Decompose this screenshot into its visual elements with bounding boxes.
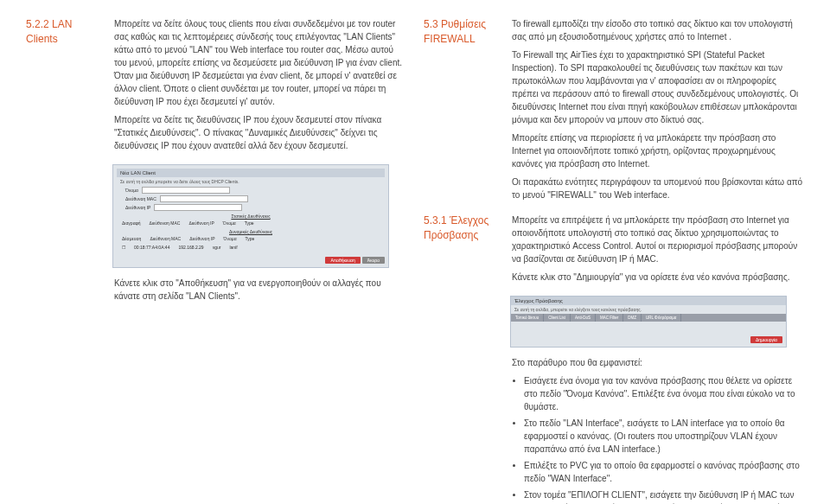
mock1-lbl-name: Όνομα [125, 188, 138, 193]
mock1-row-cb: ☐ [122, 245, 125, 250]
mock1-col-del: Διαγραφή [122, 220, 141, 226]
mock2-tab6: URL Φιλτράρισμα [642, 314, 681, 322]
mock1-sub: Σε αυτή τη σελίδα μπορείτε να δείτε όλου… [117, 177, 385, 186]
section-5-2-2-heading: 5.2.2 LAN Clients [26, 17, 104, 157]
mock1-mac-input [160, 195, 248, 202]
bullet-4: Στον τομέα "ΕΠΙΛΟΓΗ CLIENT", εισάγετε τη… [524, 488, 804, 504]
mock2-create-btn: Δημιουργία [750, 336, 782, 343]
para-5-3-1-b: Κάνετε κλικ στο "Δημιουργία" για να ορίσ… [512, 271, 804, 284]
section-5-3-1-heading: 5.3.1 Έλεγχος Πρόσβασης [424, 214, 501, 289]
para-5-3-d: Οι παρακάτω ενότητες περιγράφουν τα υπομ… [512, 175, 804, 201]
mock2-tab3: Anti-DoS [571, 314, 596, 322]
bullet-2: Στο πεδίο "LAN Interface", εισάγετε το L… [524, 417, 804, 456]
para-5-2-2-c: Κάνετε κλικ στο "Αποθήκευση" για να ενερ… [114, 277, 406, 303]
para-5-3-1-c: Στο παράθυρο που θα εμφανιστεί: [512, 356, 804, 369]
mock1-save-btn: Αποθήκευση [325, 257, 360, 264]
mock2-tab1: Τοπικό δίκτυο [511, 314, 544, 322]
mock1-col-name: Όνομα [223, 220, 236, 226]
mock1-col-ip: Διεύθυνση IP [188, 220, 214, 226]
mock2-tab5: DMZ [623, 314, 642, 322]
mock1-title: Νέα LAN Client [117, 169, 385, 177]
bullet-1: Εισάγετε ένα όνομα για τον κανόνα πρόσβα… [524, 374, 804, 413]
mock2-tab4: MAC Filter [596, 314, 623, 322]
access-control-screenshot: Έλεγχος Πρόσβασης Σε αυτή τη σελίδα, μπο… [510, 296, 787, 348]
mock1-row-mac: 00:18:77:A4:0A:44 [134, 245, 169, 250]
mock2-sub: Σε αυτή τη σελίδα, μπορείτε να ελέγξετε … [511, 305, 786, 314]
mock1-col-mac: Διεύθυνση MAC [150, 220, 181, 226]
mock1-cancel-btn: Άκυρο [362, 257, 385, 264]
mock1-ip-input [154, 204, 242, 211]
mock1-row-type: lanif [229, 245, 237, 250]
mock1-col-reserve: Δέσμευση [122, 236, 141, 241]
mock1-col-mac2: Διεύθυνση MAC [150, 236, 181, 241]
mock1-lbl-ip: Διεύθυνση IP [125, 205, 150, 210]
para-5-3-b: Το Firewall της AirTies έχει το χαρακτηρ… [512, 48, 804, 126]
mock1-lbl-mac: Διεύθυνση MAC [125, 196, 156, 201]
para-5-2-2-a: Μπορείτε να δείτε όλους τους clients που… [114, 17, 406, 108]
mock1-col-type: Type [245, 220, 254, 226]
mock1-col-type2: Type [246, 236, 255, 241]
section-5-3-heading: 5.3 Ρυθμίσεις FIREWALL [424, 17, 501, 207]
mock1-col-ip2: Διεύθυνση IP [189, 236, 214, 241]
mock1-col-name2: Όνομα [224, 236, 237, 241]
bullet-3: Επιλέξτε το PVC για το οποίο θα εφαρμοστ… [524, 459, 804, 485]
para-5-3-c: Μπορείτε επίσης να περιορίσετε ή να μπλο… [512, 131, 804, 170]
mock1-name-input [142, 187, 230, 194]
para-5-2-2-b: Μπορείτε να δείτε τις διευθύνσεις IP που… [114, 113, 406, 152]
mock1-row-ip: 192.168.2.29 [178, 245, 203, 250]
para-5-3-1-a: Μπορείτε να επιτρέψετε ή να μπλοκάρετε τ… [512, 214, 804, 265]
lan-clients-screenshot: Νέα LAN Client Σε αυτή τη σελίδα μπορείτ… [112, 164, 389, 268]
mock1-row-name: vgur [213, 245, 221, 250]
mock2-title: Έλεγχος Πρόσβασης [511, 297, 786, 305]
para-5-3-a: Το firewall εμποδίζει την είσοδο στο τοπ… [512, 17, 804, 43]
mock2-tab2: Client List [544, 314, 571, 322]
